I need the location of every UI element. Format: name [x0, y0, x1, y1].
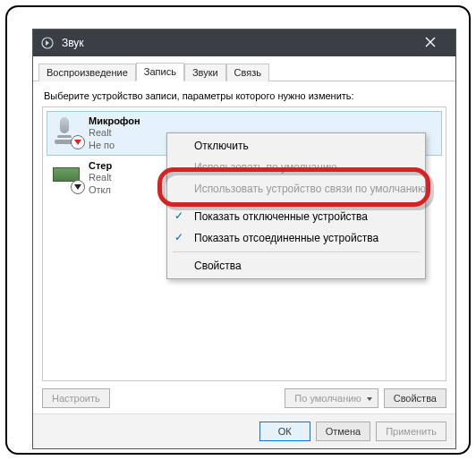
cancel-button[interactable]: Отмена [316, 422, 370, 441]
set-default-split-button[interactable]: По умолчанию [285, 388, 378, 408]
device-status: Откл [89, 183, 112, 196]
close-button[interactable] [412, 36, 448, 50]
ok-button[interactable]: ОК [259, 422, 310, 441]
screenshot-frame: Звук Воспроизведение Запись Звуки Связь … [5, 5, 471, 455]
ctx-set-default-comm[interactable]: Использовать устройство связи по умолчан… [167, 178, 425, 200]
apply-button[interactable]: Применить [376, 422, 446, 441]
device-status: Не по [89, 139, 140, 151]
tab-communications[interactable]: Связь [226, 64, 269, 81]
ctx-set-default[interactable]: Использовать по умолчанию [167, 157, 425, 178]
ctx-disable[interactable]: Отключить [167, 135, 425, 157]
microphone-icon [51, 115, 83, 148]
checkmark-icon: ✓ [174, 209, 183, 222]
tab-recording[interactable]: Запись [136, 63, 184, 81]
checkmark-icon: ✓ [174, 231, 183, 243]
window-title: Звук [62, 37, 412, 49]
ctx-separator [173, 202, 420, 203]
tab-playback[interactable]: Воспроизведение [38, 64, 136, 81]
close-icon [425, 37, 436, 47]
ctx-label: Показать отключенные устройства [194, 210, 368, 223]
context-menu-container: Отключить Использовать по умолчанию Испо… [166, 132, 426, 279]
status-badge-icon [71, 180, 85, 194]
configure-button[interactable]: Настроить [42, 388, 110, 408]
device-name: Стер [89, 160, 112, 171]
app-icon [40, 36, 55, 50]
soundcard-icon [51, 160, 83, 192]
properties-button[interactable]: Свойства [384, 388, 446, 408]
ctx-show-disconnected[interactable]: ✓ Показать отсоединенные устройства [167, 227, 425, 249]
ctx-separator [173, 251, 420, 252]
context-menu: Отключить Использовать по умолчанию Испо… [166, 132, 426, 279]
ctx-label: Показать отсоединенные устройства [194, 232, 378, 244]
dialog-footer: ОК Отмена Применить [33, 413, 455, 448]
device-desc: Realt [89, 171, 112, 183]
tab-sounds[interactable]: Звуки [184, 64, 226, 81]
device-text: Микрофон Realt Не по [89, 115, 140, 151]
tabstrip: Воспроизведение Запись Звуки Связь [33, 56, 455, 81]
device-text: Стер Realt Откл [89, 160, 112, 196]
status-badge-icon [71, 135, 85, 149]
device-buttons-row: Настроить По умолчанию Свойства [42, 388, 446, 408]
prompt-text: Выберите устройство записи, параметры ко… [44, 90, 446, 101]
ctx-show-disabled[interactable]: ✓ Показать отключенные устройства [167, 206, 425, 227]
titlebar: Звук [33, 30, 455, 56]
device-desc: Realt [89, 126, 140, 139]
device-name: Микрофон [89, 115, 140, 126]
ctx-properties[interactable]: Свойства [167, 255, 425, 277]
